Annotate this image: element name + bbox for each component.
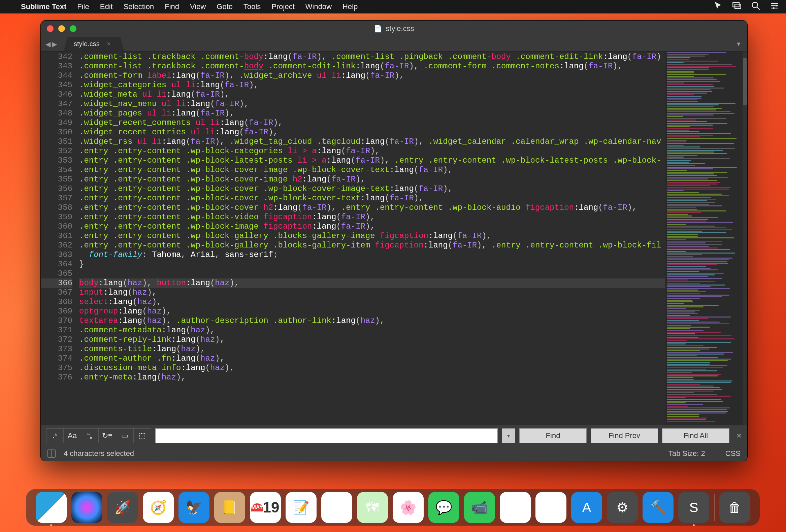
cursor-icon[interactable] <box>713 1 723 13</box>
menu-project[interactable]: Project <box>272 2 294 11</box>
dock-app-siri[interactable] <box>71 492 102 523</box>
editor[interactable]: 3423433443453463473483493503513523533543… <box>41 51 747 425</box>
dock-app-maps[interactable]: 🗺 <box>357 492 388 523</box>
dock-app-launchpad[interactable]: 🚀 <box>107 492 138 523</box>
document-icon: 📄 <box>374 25 382 33</box>
menu-selection[interactable]: Selection <box>123 2 154 11</box>
line-number-gutter: 3423433443453463473483493503513523533543… <box>41 51 77 425</box>
find-whole-word-toggle[interactable]: “„ <box>81 428 99 443</box>
dock-divider <box>714 494 715 521</box>
find-input[interactable] <box>155 428 498 443</box>
dock-app-news[interactable]: N <box>500 492 531 523</box>
find-highlight-toggle[interactable]: ⬚ <box>134 428 151 443</box>
window-zoom-button[interactable] <box>70 25 76 32</box>
vertical-scrollbar[interactable] <box>743 51 747 425</box>
code-area[interactable]: .comment-list .trackback .comment-body:l… <box>77 51 747 425</box>
menu-goto[interactable]: Goto <box>216 2 233 11</box>
window-title: style.css <box>386 24 414 33</box>
dock-app-finder[interactable] <box>36 492 67 523</box>
tab-close-button[interactable]: × <box>107 40 111 47</box>
dock-app-sublimetext[interactable]: S <box>678 492 709 523</box>
dock-app-messages[interactable]: 💬 <box>429 492 459 523</box>
editor-window: 📄 style.css ◀ ▶ style.css × ▼ 3423433443… <box>40 20 747 461</box>
dock-app-facetime[interactable]: 📹 <box>464 492 495 523</box>
macos-dock: 🚀 🧭 🦅 📒 MAY19 📝 ☑ 🗺 🌸 💬 📹 N ♪ A ⚙ 🔨 S 🗑 <box>26 489 760 526</box>
find-history-dropdown[interactable]: ▾ <box>502 428 515 443</box>
status-selection: 4 characters selected <box>64 449 134 458</box>
menu-window[interactable]: Window <box>305 2 332 11</box>
svg-rect-1 <box>735 4 741 8</box>
menu-file[interactable]: File <box>77 2 89 11</box>
tab-bar: ◀ ▶ style.css × ▼ <box>41 37 747 51</box>
window-minimize-button[interactable] <box>58 25 65 32</box>
find-close-button[interactable]: ✕ <box>736 432 742 440</box>
find-all-button[interactable]: Find All <box>662 428 730 443</box>
find-case-toggle[interactable]: Aa <box>64 428 81 443</box>
app-menu[interactable]: Sublime Text <box>21 2 66 11</box>
tab-overflow-icon[interactable]: ▼ <box>736 41 741 47</box>
status-syntax[interactable]: CSS <box>725 449 741 458</box>
dock-app-photos[interactable]: 🌸 <box>393 492 424 523</box>
sidebar-toggle-icon[interactable] <box>47 449 55 458</box>
menu-tools[interactable]: Tools <box>244 2 261 11</box>
tab-label: style.css <box>74 40 100 48</box>
menu-help[interactable]: Help <box>343 2 357 11</box>
svg-point-8 <box>776 5 778 7</box>
dock-app-calendar[interactable]: MAY19 <box>250 492 281 523</box>
dock-app-reminders[interactable]: ☑ <box>321 492 352 523</box>
svg-line-3 <box>757 7 760 10</box>
tab-history-back-icon[interactable]: ◀ <box>45 40 50 48</box>
window-controls <box>47 25 76 32</box>
dock-app-safari[interactable]: 🧭 <box>143 492 174 523</box>
find-wrap-toggle[interactable]: ↻≡ <box>99 428 116 443</box>
svg-point-7 <box>772 3 773 4</box>
macos-menubar: Sublime Text File Edit Selection Find Vi… <box>0 0 786 14</box>
minimap[interactable] <box>665 51 743 425</box>
dock-trash[interactable]: 🗑 <box>719 492 750 523</box>
svg-point-9 <box>773 7 775 9</box>
dock-app-music[interactable]: ♪ <box>535 492 567 523</box>
svg-point-2 <box>752 2 758 8</box>
dock-app-settings[interactable]: ⚙ <box>607 492 638 523</box>
find-regex-toggle[interactable]: .* <box>46 428 64 443</box>
dock-app-appstore[interactable]: A <box>571 492 602 523</box>
dock-app-mail[interactable]: 🦅 <box>179 492 209 523</box>
dock-app-xcode[interactable]: 🔨 <box>643 492 673 523</box>
find-button[interactable]: Find <box>519 428 587 443</box>
find-prev-button[interactable]: Find Prev <box>591 428 658 443</box>
find-in-selection-toggle[interactable]: ▭ <box>116 428 134 443</box>
spotlight-icon[interactable] <box>751 1 760 13</box>
scrollbar-thumb[interactable] <box>743 58 747 106</box>
menu-view[interactable]: View <box>190 2 206 11</box>
screen-mirror-icon[interactable] <box>732 1 742 13</box>
menu-edit[interactable]: Edit <box>100 2 113 11</box>
svg-rect-0 <box>733 3 739 7</box>
tab-history-forward-icon[interactable]: ▶ <box>52 40 57 48</box>
status-bar: 4 characters selected Tab Size: 2 CSS <box>41 446 747 461</box>
find-panel: .* Aa “„ ↻≡ ▭ ⬚ ▾ Find Find Prev Find Al… <box>41 425 747 446</box>
menu-find[interactable]: Find <box>165 2 179 11</box>
window-titlebar[interactable]: 📄 style.css <box>41 21 747 37</box>
dock-app-notes[interactable]: 📝 <box>285 492 317 523</box>
tab-style-css[interactable]: style.css × <box>64 37 124 51</box>
window-close-button[interactable] <box>47 25 53 32</box>
dock-app-contacts[interactable]: 📒 <box>214 492 245 523</box>
status-tab-size[interactable]: Tab Size: 2 <box>668 449 705 458</box>
control-center-icon[interactable] <box>770 1 779 13</box>
